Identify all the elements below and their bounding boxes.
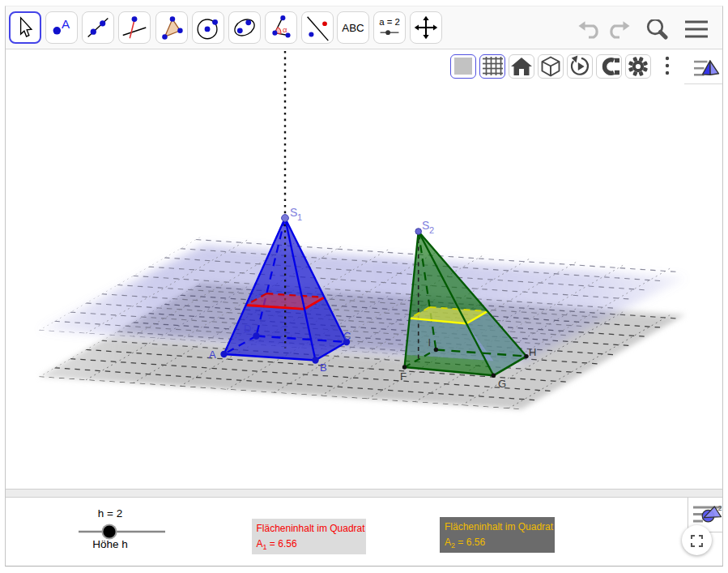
svg-text:A: A [62, 17, 70, 31]
svg-text:B: B [320, 361, 327, 374]
svg-text:H: H [529, 346, 536, 358]
svg-text:2: 2 [429, 225, 434, 235]
svg-text:I: I [428, 336, 432, 349]
svg-text:S: S [290, 206, 297, 219]
svg-text:S: S [422, 219, 429, 232]
svg-text:ABC: ABC [342, 22, 364, 34]
svg-text:a = 2: a = 2 [379, 17, 400, 27]
svg-text:2: 2 [718, 504, 722, 512]
svg-text:D: D [244, 323, 251, 335]
svg-text:A: A [209, 349, 216, 361]
svg-text:α: α [283, 25, 287, 34]
svg-text:1: 1 [297, 212, 302, 222]
svg-text:C: C [343, 330, 351, 342]
svg-text:F: F [400, 370, 407, 383]
svg-text:G: G [498, 378, 506, 390]
